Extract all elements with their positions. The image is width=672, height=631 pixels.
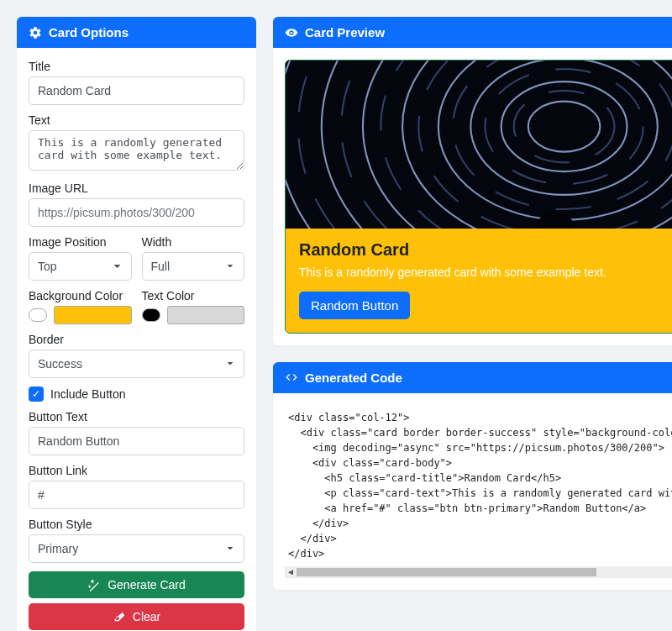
scroll-thumb[interactable] bbox=[297, 568, 596, 576]
code-icon bbox=[285, 371, 298, 384]
button-style-label: Button Style bbox=[29, 518, 244, 531]
bg-color-swatch[interactable] bbox=[54, 306, 132, 324]
scroll-track[interactable] bbox=[297, 568, 672, 576]
scroll-left-arrow[interactable]: ◄ bbox=[285, 567, 297, 576]
title-label: Title bbox=[29, 60, 244, 73]
button-link-input[interactable] bbox=[29, 481, 244, 509]
bg-color-label: Background Color bbox=[29, 289, 132, 302]
code-horizontal-scrollbar[interactable]: ◄ ► bbox=[285, 566, 672, 578]
clear-button[interactable]: Clear bbox=[29, 603, 244, 630]
button-link-label: Button Link bbox=[29, 464, 244, 477]
generate-card-button[interactable]: Generate Card bbox=[29, 571, 244, 598]
image-position-select[interactable]: Top bbox=[29, 252, 132, 281]
generated-code-title: Generated Code bbox=[305, 371, 402, 385]
width-label: Width bbox=[142, 235, 245, 249]
button-text-input[interactable] bbox=[29, 427, 244, 455]
card-options-header: Card Options bbox=[17, 17, 256, 48]
check-icon: ✓ bbox=[32, 388, 40, 400]
text-color-swatch[interactable] bbox=[167, 306, 245, 324]
border-label: Border bbox=[29, 333, 244, 346]
title-input[interactable] bbox=[29, 76, 244, 105]
button-text-label: Button Text bbox=[29, 410, 244, 423]
image-url-label: Image URL bbox=[29, 181, 244, 195]
eraser-icon bbox=[113, 610, 126, 623]
border-select[interactable]: Success bbox=[29, 350, 244, 378]
bg-color-swatch-small[interactable] bbox=[29, 308, 47, 322]
card-preview-panel: Card Preview bbox=[273, 17, 672, 345]
image-url-input[interactable] bbox=[29, 198, 244, 227]
include-button-label: Include Button bbox=[50, 387, 126, 401]
card-preview-title: Card Preview bbox=[305, 25, 385, 39]
text-color-swatch-small[interactable] bbox=[142, 308, 160, 322]
text-label: Text bbox=[29, 113, 244, 127]
gear-icon bbox=[29, 26, 42, 39]
card-options-panel: Card Options Title Text This is a random… bbox=[17, 17, 256, 631]
text-color-label: Text Color bbox=[142, 289, 245, 302]
generated-code-header: Generated Code bbox=[273, 362, 672, 393]
preview-card-button[interactable]: Random Button bbox=[299, 292, 410, 319]
preview-card-title: Random Card bbox=[299, 240, 672, 260]
magic-wand-icon bbox=[87, 578, 101, 592]
generated-code-block[interactable]: <div class="col-12"> <div class="card bo… bbox=[285, 405, 672, 565]
card-preview-header: Card Preview bbox=[273, 17, 672, 48]
preview-card-image bbox=[286, 60, 672, 229]
include-button-checkbox[interactable]: ✓ bbox=[29, 386, 44, 402]
width-select[interactable]: Full bbox=[142, 252, 245, 281]
generated-code-panel: Generated Code Copy <div class="col-12">… bbox=[273, 362, 672, 590]
text-textarea[interactable]: This is a randomly generated card with s… bbox=[29, 130, 244, 171]
eye-icon bbox=[285, 26, 298, 39]
preview-card: Random Card This is a randomly generated… bbox=[285, 60, 672, 334]
card-options-title: Card Options bbox=[49, 25, 129, 39]
button-style-select[interactable]: Primary bbox=[29, 534, 244, 563]
image-position-label: Image Position bbox=[29, 235, 132, 249]
preview-card-text: This is a randomly generated card with s… bbox=[299, 265, 672, 281]
